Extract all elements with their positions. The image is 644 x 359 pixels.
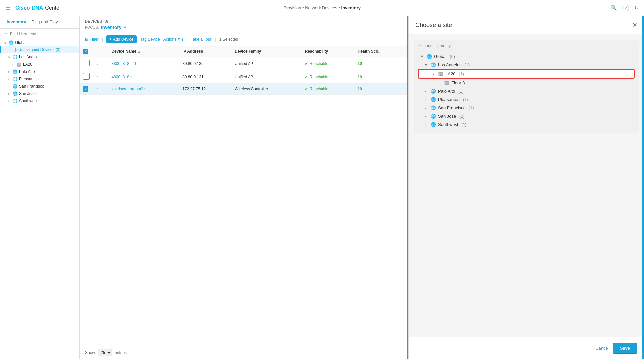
sidebar-item-global[interactable]: ∨ 🌐 Global (0, 39, 79, 46)
device-table-area: ✓ Device Name ▲ IP Address Device Family… (80, 46, 407, 346)
left-sidebar: Inventory Plug and Play ⚌ Find Hierarchy… (0, 16, 80, 359)
col-header-reachability[interactable]: Reachability (301, 46, 354, 57)
globe-icon-sj-site: 🌐 (431, 114, 436, 119)
sj-site-count: (2) (458, 114, 465, 119)
sidebar-item-la20[interactable]: › 🏢 LA20 (0, 61, 79, 68)
chevron-sj-site: › (425, 114, 429, 118)
sidebar-search[interactable]: ⚌ Find Hierarchy (0, 29, 79, 39)
sidebar-item-unassigned[interactable]: ◎ Unassigned Devices (3) (0, 46, 79, 53)
sidebar-item-los-angeles[interactable]: ∨ 🌐 Los Angeles (0, 53, 79, 61)
take-tour-button[interactable]: Take a Tour (191, 37, 212, 42)
pleasanton-site-label: Pleasanton (438, 97, 460, 102)
site-item-la20[interactable]: ∨ 🏢 LA20 (1) (418, 69, 635, 79)
chevron-los-angeles: ∨ (8, 55, 11, 59)
la-label: Los Angeles (19, 55, 75, 59)
la-site-label: Los Angeles (438, 62, 462, 67)
col-header-device-name[interactable]: Device Name ▲ (108, 46, 179, 57)
actions-button[interactable]: Actions ∨ ℹ (163, 37, 183, 42)
help-icon[interactable]: ? (622, 5, 629, 11)
reachable-label-3: Reachable (309, 87, 328, 91)
site-item-san-jose-site[interactable]: › 🌐 San Jose (2) (418, 112, 635, 120)
row2-device-link[interactable]: 4800_8_8 (111, 75, 129, 79)
sidebar-item-southwest[interactable]: › 🌐 Southwest (0, 97, 79, 105)
row3-checkbox[interactable]: ✓ (83, 86, 88, 92)
sidebar-item-pleasanton[interactable]: › 🌐 Pleasanton (0, 75, 79, 83)
row3-info-icon[interactable]: ℹ (144, 87, 146, 91)
site-item-los-angeles[interactable]: ∨ 🌐 Los Angeles (1) (418, 61, 635, 69)
site-item-pleasanton-site[interactable]: › 🌐 Pleasanton (1) (418, 95, 635, 104)
search-icon[interactable]: 🔍 (610, 5, 617, 11)
tab-plug-and-play[interactable]: Plug and Play (29, 16, 61, 28)
row2-col-ip: 80.80.0.131 (179, 70, 231, 84)
tab-inventory[interactable]: Inventory (4, 16, 29, 28)
row1-checkbox[interactable] (83, 60, 90, 66)
row2-checkbox[interactable] (83, 73, 90, 80)
row2-reachable-badge: ✔ Reachable (305, 75, 351, 79)
refresh-icon[interactable]: ↻ (634, 5, 639, 11)
row1-col-ip: 80.80.0.135 (179, 57, 231, 70)
actions-label: Actions (163, 37, 176, 42)
la20-label: LA20 (23, 62, 75, 67)
row2-col-health: 10 (354, 70, 407, 84)
site-item-palo-alto-site[interactable]: › 🌐 Palo Alto (1) (418, 87, 635, 95)
row1-info-icon[interactable]: ℹ (135, 62, 136, 66)
table-row: ○ 3800_8_8_2 ℹ 80.80.0.135 Unified AP ✔ … (80, 57, 407, 70)
site-item-san-francisco-site[interactable]: › 🌐 San Francisco (1) (418, 104, 635, 112)
filter-label: Filter (90, 37, 99, 42)
tag-device-button[interactable]: Tag Device (140, 37, 160, 42)
san-francisco-label: San Francisco (19, 84, 75, 89)
row1-health-score: 10 (358, 61, 362, 66)
row1-device-link[interactable]: 3800_8_8_2 (111, 61, 134, 66)
tabs-bar: Inventory Plug and Play (0, 16, 79, 29)
focus-value[interactable]: Inventory (101, 25, 122, 30)
site-item-global[interactable]: ∨ 🌐 Global (6) (418, 52, 635, 61)
pa-site-label: Palo Alto (438, 89, 455, 94)
add-device-label: Add Device (113, 37, 133, 42)
southwest-label: Southwest (19, 99, 75, 103)
chevron-global-site: ∨ (421, 54, 425, 59)
row2-col-reachability: ✔ Reachable (301, 70, 354, 84)
row1-col-checkbox (80, 57, 93, 70)
entries-label: entries (115, 350, 127, 355)
filter-button[interactable]: ⊟ Filter (85, 37, 99, 42)
building-icon-la20: 🏢 (17, 62, 22, 67)
globe-icon-sf-site: 🌐 (431, 105, 436, 110)
row1-col-sub: ○ (93, 57, 108, 70)
focus-label: FOCUS: (85, 25, 99, 29)
panel-footer: Cancel Save (409, 337, 644, 359)
sidebar-item-palo-alto[interactable]: › 🌐 Palo Alto (0, 68, 79, 75)
hamburger-icon[interactable]: ☰ (5, 4, 11, 12)
show-select[interactable]: 25 (98, 349, 112, 356)
close-button[interactable]: ✕ (632, 21, 637, 29)
cancel-button[interactable]: Cancel (595, 346, 608, 351)
actions-info-icon[interactable]: ℹ (182, 37, 183, 42)
focus-chevron-icon[interactable]: ∨ (124, 25, 126, 30)
table-footer: Show 25 entries (80, 346, 407, 359)
sidebar-item-san-francisco[interactable]: › 🌐 San Francisco (0, 83, 79, 90)
select-all-checkbox[interactable]: ✓ (83, 49, 88, 54)
sidebar-item-san-jose[interactable]: › 🌐 San Jose (0, 90, 79, 97)
col-header-ip[interactable]: IP Address (179, 46, 231, 57)
building-icon-floor3: 🏢 (444, 80, 449, 85)
row1-col-device-name: 3800_8_8_2 ℹ (108, 57, 179, 70)
row3-device-link[interactable]: kukriscreenroom2 (111, 87, 143, 91)
palo-alto-label: Palo Alto (19, 69, 75, 74)
col-header-family[interactable]: Device Family (231, 46, 301, 57)
unassigned-label: Unassigned Devices (3) (18, 47, 75, 52)
row2-info-icon[interactable]: ℹ (130, 75, 132, 79)
site-search-icon: ⚌ (418, 44, 422, 48)
site-search-bar[interactable]: ⚌ Find Hierarchy (418, 44, 635, 48)
row3-col-reachability: ✔ Reachable (301, 84, 354, 95)
sw-site-label: Southwest (438, 122, 458, 127)
la20-site-label: LA20 (445, 71, 455, 76)
col-header-health[interactable]: Health Sco... (354, 46, 407, 57)
chevron-la20-site: ∨ (432, 72, 436, 76)
row3-col-health: 10 (354, 84, 407, 95)
add-device-button[interactable]: + Add Device (106, 35, 137, 43)
reachable-icon: ✔ (305, 61, 308, 66)
table-row: ○ 4800_8_8 ℹ 80.80.0.131 Unified AP ✔ Re… (80, 70, 407, 84)
site-item-floor3[interactable]: 🏢 Floor 3 (418, 79, 635, 87)
site-item-southwest-site[interactable]: › 🌐 Southwest (1) (418, 120, 635, 129)
device-table-section: DEVICES (3) FOCUS: Inventory ∨ ⊟ Filter … (80, 16, 408, 359)
save-button[interactable]: Save (613, 343, 637, 354)
